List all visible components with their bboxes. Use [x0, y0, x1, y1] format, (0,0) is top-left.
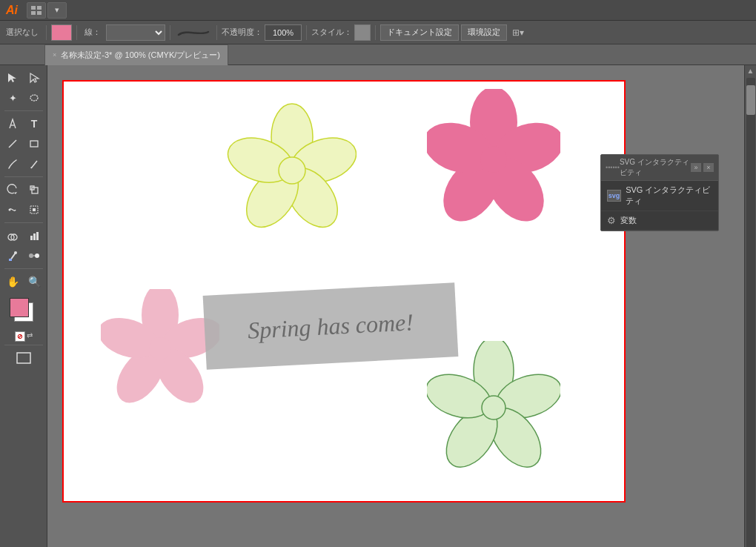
tab-bar: × 名称未設定-3* @ 100% (CMYK/プレビュー)	[0, 44, 756, 65]
panel-controls: » ×	[691, 163, 714, 172]
foreground-color-swatch[interactable]	[10, 298, 29, 317]
swap-colors-icon[interactable]: ⇄	[27, 331, 33, 342]
direct-select-tool-button[interactable]	[24, 68, 44, 87]
spring-text-box: Spring has come!	[203, 282, 459, 370]
panel-drag-handle: ••••••	[606, 164, 620, 171]
tool-row-mask	[13, 348, 34, 368]
svg-interactivity-item[interactable]: svg SVG インタラクティビティ	[601, 181, 718, 211]
svg-point-24	[29, 253, 33, 258]
brush-preview	[175, 26, 212, 39]
style-label: スタイル：	[311, 27, 352, 38]
scroll-up-arrow[interactable]: ▲	[746, 65, 756, 76]
scroll-thumb-vertical[interactable]	[746, 85, 755, 115]
tab-title: 名称未設定-3* @ 100% (CMYK/プレビュー)	[61, 50, 220, 61]
tool-row-transform	[2, 180, 44, 199]
svg-rect-27	[17, 353, 30, 363]
svg-point-39	[480, 146, 507, 173]
tab-close-button[interactable]: ×	[53, 51, 56, 59]
svg-point-22	[14, 251, 17, 254]
panel-header[interactable]: •••••• SVG インタラクティビティ » ×	[601, 155, 718, 181]
sep-1	[46, 25, 47, 40]
spring-text: Spring has come!	[247, 308, 414, 345]
tool-separator-5	[4, 345, 43, 345]
artboard: Spring has come!	[62, 80, 626, 503]
sep-3	[170, 25, 170, 40]
artwork-layer: Spring has come!	[64, 82, 624, 501]
svg-point-25	[35, 253, 39, 258]
tool-row-shape	[2, 226, 44, 245]
color-area: ⊘ ⇄	[7, 295, 41, 342]
variables-label: 変数	[620, 215, 637, 226]
opacity-input[interactable]	[265, 24, 302, 41]
document-tab[interactable]: × 名称未設定-3* @ 100% (CMYK/プレビュー)	[44, 44, 228, 65]
panel-expand-button[interactable]: »	[691, 163, 701, 172]
warp-tool-button[interactable]	[2, 200, 23, 219]
blend-tool-button[interactable]	[24, 246, 44, 265]
brush-tool-button[interactable]	[2, 154, 23, 173]
graph-tool-button[interactable]	[24, 226, 44, 245]
tool-row-warp	[2, 200, 44, 219]
svg-point-33	[279, 157, 305, 184]
eyedropper-tool-button[interactable]	[2, 246, 23, 265]
svg-marker-10	[14, 192, 17, 194]
fill-color-btn[interactable]	[51, 24, 72, 41]
sep-6	[375, 25, 376, 40]
shape-builder-button[interactable]	[2, 226, 23, 245]
scale-tool-button[interactable]	[24, 180, 44, 199]
type-tool-button[interactable]: T	[24, 114, 44, 133]
svg-point-45	[149, 337, 171, 359]
menu-icon-dropdown[interactable]: ▾	[47, 2, 67, 19]
stroke-select[interactable]	[106, 24, 165, 41]
pen-tool-button[interactable]	[2, 114, 23, 133]
svg-rect-15	[33, 208, 36, 211]
stroke-label: 線：	[82, 27, 104, 38]
color-controls: ⊘ ⇄	[15, 331, 33, 342]
svg-rect-23	[9, 259, 12, 261]
normal-mode-button[interactable]	[13, 348, 34, 368]
sep-2	[76, 25, 77, 40]
svg-interactivity-label: SVG インタラクティビティ	[626, 185, 712, 207]
flower-green	[427, 341, 560, 471]
main-area: ✦ T	[0, 65, 756, 547]
select-tool-button[interactable]	[2, 68, 23, 87]
svg-interactivity-panel: •••••• SVG インタラクティビティ » × svg SVG インタラクテ…	[600, 154, 719, 231]
doc-settings-button[interactable]: ドキュメント設定	[380, 24, 459, 41]
svg-line-8	[31, 161, 37, 168]
line-tool-button[interactable]	[2, 134, 23, 153]
hand-tool-button[interactable]: ✋	[2, 272, 23, 291]
lasso-tool-button[interactable]	[24, 88, 44, 107]
variables-item[interactable]: ⚙ 変数	[601, 211, 718, 231]
scroll-track-vertical[interactable]	[746, 78, 755, 547]
tool-separator-4	[4, 268, 43, 269]
magic-wand-tool-button[interactable]: ✦	[2, 88, 23, 107]
style-box[interactable]	[354, 24, 371, 41]
env-settings-button[interactable]: 環境設定	[461, 24, 507, 41]
arrange-icon[interactable]: ⊞▾	[512, 27, 524, 38]
menu-bar: Ai ▾	[0, 0, 756, 21]
svg-point-13	[9, 209, 11, 211]
svg-rect-19	[33, 233, 36, 240]
rotate-tool-button[interactable]	[2, 180, 23, 199]
color-swatches[interactable]	[10, 298, 38, 326]
tool-row-line	[2, 134, 44, 153]
tool-separator-2	[4, 176, 43, 177]
free-transform-button[interactable]	[24, 200, 44, 219]
panel-close-button[interactable]: ×	[703, 163, 714, 172]
flower-pink-small	[101, 289, 219, 408]
none-color-btn[interactable]: ⊘	[15, 331, 25, 342]
svg-point-4	[30, 95, 38, 101]
svg-rect-0	[31, 6, 36, 10]
sep-5	[306, 25, 307, 40]
canvas-area: Spring has come! •••••• SVG インタラクティビティ »…	[47, 65, 756, 547]
left-toolbar: ✦ T	[0, 65, 47, 547]
svg-rect-18	[30, 236, 33, 240]
tool-row-nav: ✋ 🔍	[2, 272, 44, 291]
panel-title: SVG インタラクティビティ	[620, 157, 691, 178]
zoom-tool-button[interactable]: 🔍	[24, 272, 44, 291]
vertical-scrollbar[interactable]: ▲ ▼	[744, 65, 756, 547]
pencil-tool-button[interactable]	[24, 154, 44, 173]
svg-line-6	[9, 140, 16, 147]
rect-tool-button[interactable]	[24, 134, 44, 153]
sep-4	[216, 25, 217, 40]
menu-icon-grid[interactable]	[27, 2, 46, 19]
